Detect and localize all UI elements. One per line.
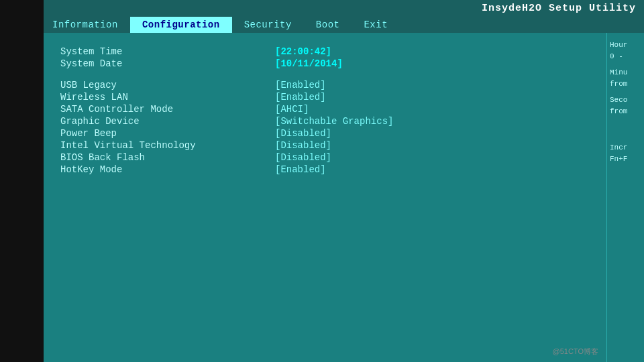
- label-sata-controller: SATA Controller Mode: [60, 104, 275, 115]
- minute-section: Minu from: [610, 67, 641, 89]
- label-intel-vt: Intel Virtual Technology: [60, 140, 275, 151]
- value-graphic-device[interactable]: [Switchable Graphics]: [275, 116, 393, 127]
- value-usb-legacy[interactable]: [Enabled]: [275, 80, 326, 90]
- row-bios-back-flash: BIOS Back Flash [Disabled]: [60, 152, 586, 163]
- gap1: [60, 70, 586, 80]
- menu-item-configuration[interactable]: Configuration: [130, 17, 232, 33]
- hour-label: Hour: [610, 40, 641, 51]
- right-panel: Hour 0 - Minu from Seco from Incr Fn+F: [606, 33, 644, 362]
- value-hotkey-mode[interactable]: [Enabled]: [275, 164, 326, 175]
- label-graphic-device: Graphic Device: [60, 116, 275, 127]
- content-area: System Time [22:00:42] System Date [10/1…: [40, 33, 644, 362]
- menu-item-information[interactable]: Information: [40, 17, 130, 33]
- row-usb-legacy: USB Legacy [Enabled]: [60, 80, 586, 90]
- label-wireless-lan: Wireless LAN: [60, 92, 275, 103]
- row-sata-controller: SATA Controller Mode [AHCI]: [60, 104, 586, 115]
- second-range: from: [610, 106, 641, 117]
- main-panel: System Time [22:00:42] System Date [10/1…: [40, 33, 606, 362]
- second-label: Seco: [610, 95, 641, 106]
- second-section: Seco from: [610, 95, 641, 117]
- left-bezel: [0, 0, 44, 362]
- watermark: @51CTO博客: [553, 347, 598, 357]
- value-wireless-lan[interactable]: [Enabled]: [275, 92, 326, 103]
- bios-screen: InsydeH2O Setup Utility Information Conf…: [40, 0, 644, 362]
- hour-section: Hour 0 -: [610, 40, 641, 62]
- row-hotkey-mode: HotKey Mode [Enabled]: [60, 164, 586, 175]
- label-system-time: System Time: [60, 46, 275, 57]
- minute-label: Minu: [610, 67, 641, 78]
- label-system-date: System Date: [60, 58, 275, 69]
- value-system-time[interactable]: [22:00:42]: [275, 46, 331, 57]
- row-power-beep: Power Beep [Disabled]: [60, 128, 586, 139]
- row-system-time: System Time [22:00:42]: [60, 46, 586, 57]
- value-bios-back-flash[interactable]: [Disabled]: [275, 152, 331, 163]
- app-title: InsydeH2O Setup Utility: [482, 3, 636, 14]
- title-bar: InsydeH2O Setup Utility: [40, 0, 644, 15]
- inc-section: Incr Fn+F: [610, 142, 641, 164]
- minute-range: from: [610, 78, 641, 90]
- row-graphic-device: Graphic Device [Switchable Graphics]: [60, 116, 586, 127]
- value-intel-vt[interactable]: [Disabled]: [275, 140, 331, 151]
- menu-item-exit[interactable]: Exit: [352, 17, 400, 33]
- label-power-beep: Power Beep: [60, 128, 275, 139]
- value-power-beep[interactable]: [Disabled]: [275, 128, 331, 139]
- menu-item-security[interactable]: Security: [232, 17, 304, 33]
- row-system-date: System Date [10/11/2014]: [60, 58, 586, 69]
- label-bios-back-flash: BIOS Back Flash: [60, 152, 275, 163]
- label-usb-legacy: USB Legacy: [60, 80, 275, 90]
- hour-range: 0 -: [610, 51, 641, 62]
- value-sata-controller[interactable]: [AHCI]: [275, 104, 309, 115]
- value-system-date[interactable]: [10/11/2014]: [275, 58, 343, 69]
- menu-bar: Information Configuration Security Boot …: [40, 15, 644, 33]
- row-intel-vt: Intel Virtual Technology [Disabled]: [60, 140, 586, 151]
- fn-label: Fn+F: [610, 154, 641, 165]
- row-wireless-lan: Wireless LAN [Enabled]: [60, 92, 586, 103]
- menu-item-boot[interactable]: Boot: [304, 17, 352, 33]
- inc-label: Incr: [610, 142, 641, 154]
- label-hotkey-mode: HotKey Mode: [60, 164, 275, 175]
